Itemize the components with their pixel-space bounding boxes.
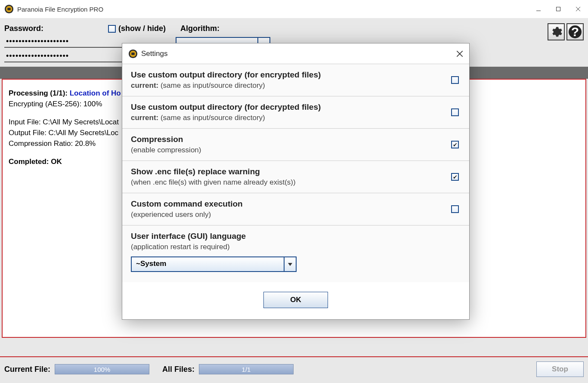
settings-button[interactable] — [548, 23, 565, 40]
app-title: Paranoia File Encryption PRO — [17, 6, 103, 13]
option-checkbox[interactable] — [451, 173, 459, 181]
option-language-sub: (application restart is required) — [131, 243, 461, 251]
stop-button[interactable]: Stop — [536, 361, 584, 377]
option-checkbox[interactable] — [451, 108, 459, 116]
svg-rect-4 — [557, 7, 560, 11]
help-icon: ? — [569, 25, 582, 38]
status-bar: Current File: 100% All Files: 1/1 Stop — [0, 356, 588, 383]
option-row[interactable]: Use custom output directory (for decrypt… — [122, 96, 469, 129]
option-language-title: User interface (GUI) language — [131, 232, 461, 241]
show-hide-label: (show / hide) — [118, 24, 166, 33]
option-subtitle: (experienced users only) — [131, 210, 461, 219]
language-combo[interactable]: ~System — [131, 256, 297, 272]
algorithm-label: Algorithm: — [180, 24, 220, 33]
option-title: Use custom output directory (for encrypt… — [131, 70, 461, 80]
dialog-title: Settings — [141, 49, 167, 58]
maximize-button[interactable] — [548, 0, 568, 18]
option-checkbox[interactable] — [451, 141, 459, 148]
ok-button[interactable]: OK — [263, 292, 328, 308]
settings-dialog: Settings Use custom output directory (fo… — [122, 43, 470, 320]
option-title: Custom command execution — [131, 199, 461, 209]
option-title: Compression — [131, 135, 461, 144]
option-row[interactable]: Custom command execution(experienced use… — [122, 193, 469, 225]
dialog-close-button[interactable] — [456, 50, 463, 57]
dialog-titlebar: Settings — [122, 43, 469, 64]
option-row[interactable]: Compression(enable compression) — [122, 129, 469, 161]
svg-rect-2 — [7, 8, 10, 10]
all-files-label: All Files: — [162, 365, 195, 374]
password-label: Password: — [4, 24, 43, 33]
option-checkbox[interactable] — [451, 205, 459, 213]
show-hide-checkbox[interactable] — [108, 25, 116, 33]
current-file-label: Current File: — [4, 365, 50, 374]
option-row[interactable]: Show .enc file(s) replace warning(when .… — [122, 161, 469, 193]
option-subtitle: current: (same as input/source directory… — [131, 114, 461, 122]
language-combo-value: ~System — [136, 259, 166, 268]
option-language: User interface (GUI) language (applicati… — [122, 225, 469, 282]
option-subtitle: (when .enc file(s) with given name alrea… — [131, 178, 461, 187]
svg-rect-9 — [131, 53, 134, 55]
processing-file-link[interactable]: Location of Ho — [70, 89, 121, 97]
option-title: Use custom output directory (for decrypt… — [131, 102, 461, 112]
gear-icon — [550, 25, 563, 38]
close-button[interactable] — [568, 0, 588, 18]
processing-label: Processing (1/1): — [9, 89, 70, 97]
option-subtitle: (enable compression) — [131, 146, 461, 154]
app-icon — [4, 4, 14, 14]
minimize-button[interactable] — [529, 0, 548, 18]
current-file-progress: 100% — [55, 364, 149, 374]
option-checkbox[interactable] — [451, 76, 459, 84]
titlebar: Paranoia File Encryption PRO — [0, 0, 588, 18]
option-row[interactable]: Use custom output directory (for encrypt… — [122, 64, 469, 96]
option-title: Show .enc file(s) replace warning — [131, 167, 461, 176]
option-subtitle: current: (same as input/source directory… — [131, 81, 461, 90]
all-files-progress: 1/1 — [199, 364, 294, 374]
help-button[interactable]: ? — [566, 23, 584, 40]
dialog-app-icon — [128, 49, 138, 59]
